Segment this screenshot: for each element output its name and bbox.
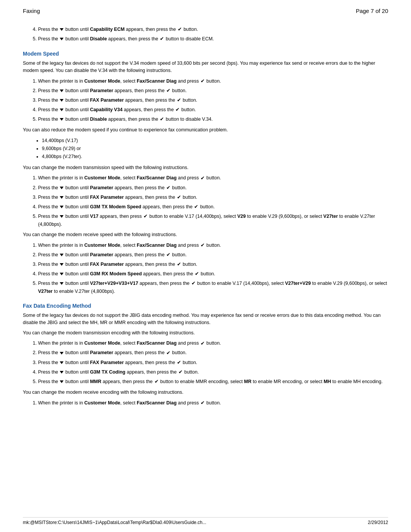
modem-speed-steps1: When the printer is in Customer Mode, se… [38, 77, 388, 123]
list-item: Press the button until Disable appears, … [38, 115, 388, 123]
list-item: Press the button until Capability V34 ap… [38, 106, 388, 114]
list-item: Press the button until G3M RX Modem Spee… [38, 270, 388, 278]
fax-encoding-section: Fax Data Encoding Method Some of the leg… [23, 303, 388, 407]
fax-encoding-intro: Some of the legacy fax devices do not su… [23, 312, 388, 326]
check-icon: ✔ [178, 26, 182, 34]
fax-encoding-heading: Fax Data Encoding Method [23, 303, 388, 309]
check-icon: ✔ [166, 349, 170, 357]
down-arrow-icon [60, 352, 64, 355]
check-icon: ✔ [166, 87, 170, 95]
list-item: 4,800bps (V.27ter). [42, 153, 388, 161]
list-item: 9,600bps (V.29) or [42, 145, 388, 153]
down-arrow-icon [60, 282, 64, 285]
list-item: Press the button until Parameter appears… [38, 251, 388, 259]
check-icon: ✔ [166, 184, 170, 192]
check-icon: ✔ [201, 241, 205, 249]
check-icon: ✔ [177, 359, 181, 367]
list-item: Press the button until FAX Parameter app… [38, 359, 388, 367]
down-arrow-icon [60, 273, 64, 275]
modem-speed-section: Modem Speed Some of the legacy fax devic… [23, 51, 388, 295]
list-item: When the printer is in Customer Mode, se… [38, 241, 388, 249]
check-icon: ✔ [177, 96, 181, 104]
down-arrow-icon [60, 89, 64, 92]
down-arrow-icon [60, 99, 64, 102]
list-item: Press the button until FAX Parameter app… [38, 260, 388, 268]
page-footer: mk:@MSITStore:C:\Users\14JMIS~1\AppData\… [23, 517, 388, 525]
list-item: When the printer is in Customer Mode, se… [38, 174, 388, 182]
list-item: Press the button until Parameter appears… [38, 184, 388, 192]
modem-tx-steps: When the printer is in Customer Mode, se… [38, 174, 388, 228]
document-title: Faxing [23, 8, 40, 14]
down-arrow-icon [60, 38, 64, 40]
modem-speed-heading: Modem Speed [23, 51, 388, 57]
check-icon: ✔ [177, 260, 181, 268]
check-icon: ✔ [201, 77, 205, 85]
list-item: When the printer is in Customer Mode, se… [38, 399, 388, 407]
modem-speed-intro: Some of the legacy fax devices do not su… [23, 60, 388, 74]
check-icon: ✔ [201, 399, 205, 407]
check-icon: ✔ [178, 368, 183, 376]
list-item: Press the button until Capability ECM ap… [38, 26, 388, 34]
down-arrow-icon [60, 254, 64, 256]
down-arrow-icon [60, 361, 64, 364]
down-arrow-icon [60, 109, 64, 111]
down-arrow-icon [60, 196, 64, 199]
encoding-tx-steps: When the printer is in Customer Mode, se… [38, 339, 388, 385]
list-item: Press the button until FAX Parameter app… [38, 193, 388, 201]
check-icon: ✔ [155, 378, 159, 386]
list-item: When the printer is in Customer Mode, se… [38, 339, 388, 347]
page-number: Page 7 of 20 [356, 8, 388, 14]
footer-path: mk:@MSITStore:C:\Users\14JMIS~1\AppData\… [23, 520, 206, 525]
change-tx-speed-text: You can change the modem transmission sp… [23, 164, 388, 171]
check-icon: ✔ [160, 35, 164, 43]
check-icon: ✔ [195, 270, 199, 278]
reduce-speed-text: You can also reduce the modem speed if y… [23, 126, 388, 134]
list-item: Press the button until Parameter appears… [38, 349, 388, 357]
down-arrow-icon [60, 263, 64, 266]
list-item: Press the button until Disable appears, … [38, 35, 388, 43]
list-item: Press the button until MMR appears, then… [38, 378, 388, 386]
change-rx-speed-text: You can change the modem receive speed w… [23, 231, 388, 238]
list-item: When the printer is in Customer Mode, se… [38, 77, 388, 85]
check-icon: ✔ [160, 115, 164, 123]
down-arrow-icon [60, 187, 64, 189]
check-icon: ✔ [201, 174, 205, 182]
check-icon: ✔ [201, 340, 205, 348]
down-arrow-icon [60, 118, 64, 121]
check-icon: ✔ [175, 106, 180, 114]
check-icon: ✔ [191, 280, 196, 288]
encoding-rx-steps-partial: When the printer is in Customer Mode, se… [38, 399, 388, 407]
check-icon: ✔ [166, 251, 170, 259]
down-arrow-icon [60, 206, 64, 208]
speed-bullet-list: 14,400bps (V.17) 9,600bps (V.29) or 4,80… [42, 137, 388, 161]
check-icon: ✔ [194, 203, 198, 211]
modem-rx-steps: When the printer is in Customer Mode, se… [38, 241, 388, 295]
page-header: Faxing Page 7 of 20 [23, 8, 388, 14]
list-item: Press the button until G3M TX Coding app… [38, 368, 388, 376]
list-item: Press the button until V27ter+V29+V33+V1… [38, 280, 388, 295]
list-item: Press the button until Parameter appears… [38, 87, 388, 95]
down-arrow-icon [60, 28, 64, 31]
change-rx-encoding-text: You can change the modem receive encodin… [23, 389, 388, 396]
down-arrow-icon [60, 371, 64, 374]
list-item: Press the button until V17 appears, then… [38, 212, 388, 228]
down-arrow-icon [60, 380, 64, 383]
ecm-list: Press the button until Capability ECM ap… [38, 26, 388, 43]
footer-date: 2/29/2012 [368, 520, 388, 525]
list-item: 14,400bps (V.17) [42, 137, 388, 145]
change-tx-encoding-text: You can change the modem transmission en… [23, 329, 388, 337]
list-item: Press the button until FAX Parameter app… [38, 96, 388, 104]
list-item: Press the button until G3M TX Modem Spee… [38, 203, 388, 211]
check-icon: ✔ [177, 193, 181, 201]
down-arrow-icon [60, 215, 64, 218]
check-icon: ✔ [143, 212, 148, 220]
